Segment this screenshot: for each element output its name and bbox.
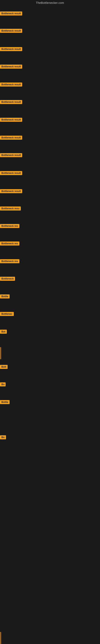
bottleneck-badge-row: Bottleneck res — [0, 259, 19, 264]
bottleneck-badge[interactable]: Bottleneck resu — [0, 206, 21, 210]
bottleneck-badge-row: Bottleneck result — [0, 64, 22, 70]
bottleneck-badge-row: Bottleneck result — [0, 171, 22, 176]
bottleneck-badge[interactable]: Bottleneck result — [0, 171, 22, 175]
bottleneck-badge[interactable]: Bottleneck result — [0, 29, 22, 33]
bottleneck-badge-row: Bottleneck result — [0, 136, 22, 140]
bottleneck-badge[interactable]: Bottleneck result — [0, 47, 22, 51]
bottleneck-badge-row: Bo — [0, 435, 6, 440]
bottleneck-badge[interactable]: Bot — [0, 330, 7, 334]
bottleneck-badge[interactable]: Bottleneck res — [0, 242, 19, 246]
bottleneck-badge[interactable]: Bott — [0, 365, 8, 369]
bottleneck-badge-row: Bottleneck result — [0, 82, 22, 87]
bottleneck-badge[interactable]: Bottleneck res — [0, 259, 19, 263]
bottleneck-badge[interactable]: Bottleneck result — [0, 64, 22, 69]
bottleneck-badge[interactable]: Bottleneck result — [0, 12, 22, 16]
bottleneck-badge-row: Bottle — [0, 294, 10, 299]
bottleneck-badge-row: Bottle — [0, 400, 10, 405]
bottleneck-badge-row: Bottlenec — [0, 312, 14, 317]
bottleneck-badge-row: Bottleneck result — [0, 47, 22, 52]
bottleneck-badge-row: Bott — [0, 365, 8, 370]
bottleneck-badge-row: Bottleneck res — [0, 242, 19, 246]
bottleneck-badge-row: Bottleneck result — [0, 189, 22, 194]
bottleneck-badge[interactable]: Bottleneck result — [0, 189, 22, 193]
bottleneck-badge[interactable]: Bottleneck — [0, 277, 15, 281]
site-title: TheBottlenecker.com — [0, 0, 100, 6]
bottleneck-badge-row: Bot — [0, 330, 7, 334]
vertical-line-indicator — [0, 347, 1, 359]
bottleneck-badge-row: Bottleneck result — [0, 153, 22, 158]
bottleneck-badge-row: Bottleneck resu — [0, 206, 21, 211]
bottleneck-badge[interactable]: Bottleneck result — [0, 118, 22, 122]
bottleneck-badge[interactable]: Bottleneck result — [0, 82, 22, 86]
bottleneck-badge[interactable]: Bottleneck result — [0, 136, 22, 140]
bottleneck-badge[interactable]: Bottleneck res — [0, 224, 19, 228]
bottleneck-badge-row: Bottleneck result — [0, 12, 22, 16]
bottleneck-badge[interactable]: Bottle — [0, 294, 10, 298]
bottleneck-badge[interactable]: Bo — [0, 382, 6, 386]
bottleneck-badge-row: Bottleneck — [0, 277, 15, 282]
bottleneck-badge[interactable]: Bottleneck result — [0, 153, 22, 157]
bottleneck-badge[interactable]: Bottle — [0, 400, 10, 404]
vertical-line-indicator — [0, 632, 1, 644]
bottleneck-badge-row: Bottleneck res — [0, 224, 19, 229]
bottleneck-badge[interactable]: Bottlenec — [0, 312, 14, 316]
bottleneck-badge-row: Bo — [0, 382, 6, 387]
bottleneck-badge-row: Bottleneck result — [0, 100, 22, 105]
bottleneck-badge[interactable]: Bottleneck result — [0, 100, 22, 104]
bottleneck-badge-row: Bottleneck result — [0, 29, 22, 34]
bottleneck-badge[interactable]: Bo — [0, 435, 6, 439]
bottleneck-badge-row: Bottleneck result — [0, 118, 22, 122]
